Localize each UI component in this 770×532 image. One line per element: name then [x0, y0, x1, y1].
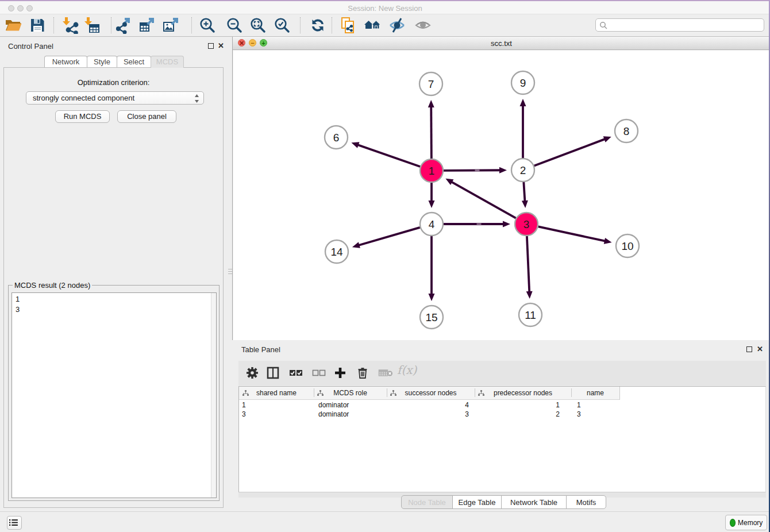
control-panel-tabs: NetworkStyleSelectMCDS	[44, 56, 183, 68]
edge-arrowhead	[520, 99, 526, 106]
node-table[interactable]: shared nameMCDS rolesuccessor nodesprede…	[238, 386, 766, 492]
criterion-select[interactable]: strongly connected component	[26, 91, 204, 105]
mcds-result-values: 1 3	[16, 294, 20, 315]
import-network-icon[interactable]	[61, 17, 79, 34]
save-icon[interactable]	[29, 17, 46, 34]
export-image-icon[interactable]	[163, 17, 180, 34]
table-panel-close-icon[interactable]: ✕	[757, 346, 763, 352]
columns-icon[interactable]	[267, 367, 279, 381]
graph-node-label: 15	[425, 311, 437, 323]
network-canvas[interactable]: 1234678910111415	[233, 51, 770, 340]
copy-document-icon[interactable]	[340, 17, 357, 34]
table-cell: 3	[387, 410, 469, 418]
edge-2-8[interactable]	[534, 138, 607, 166]
tab-motifs[interactable]: Motifs	[566, 495, 606, 509]
home-icon[interactable]	[364, 17, 381, 34]
table-cell: 4	[387, 401, 469, 409]
edge-1-2[interactable]	[444, 170, 502, 171]
memory-button[interactable]: Memory	[725, 515, 767, 530]
graph-node-label: 6	[333, 132, 340, 144]
tab-network[interactable]: Network	[44, 56, 87, 68]
mcds-result-group: MCDS result (2 nodes) 1 3	[8, 285, 220, 501]
search-icon	[599, 21, 608, 30]
control-panel-float-icon[interactable]	[208, 43, 214, 49]
function-icon[interactable]: f(x)	[397, 363, 417, 377]
run-mcds-button[interactable]: Run MCDS	[55, 110, 110, 123]
zoom-out-icon[interactable]	[226, 17, 243, 34]
task-history-button[interactable]	[7, 516, 22, 530]
edge-handle-mark	[477, 223, 482, 225]
close-panel-button[interactable]: Close panel	[117, 110, 176, 123]
column-header-successor-nodes[interactable]: successor nodes	[387, 387, 475, 400]
edge-2-3[interactable]	[523, 182, 525, 203]
mcds-result-area[interactable]: 1 3	[11, 292, 217, 498]
edge-3-10[interactable]	[538, 226, 607, 241]
graph-node-label: 9	[520, 77, 526, 89]
open-icon[interactable]	[5, 17, 22, 34]
zoom-fit-icon[interactable]	[249, 17, 267, 34]
column-header-name[interactable]: name	[571, 387, 620, 400]
table-row[interactable]: 3dominator323	[239, 410, 620, 418]
tab-node-table[interactable]: Node Table	[401, 495, 453, 509]
edge-4-14[interactable]	[356, 228, 419, 246]
control-panel-close-icon[interactable]: ✕	[218, 43, 224, 49]
table-panel-float-icon[interactable]	[746, 346, 752, 352]
tab-style[interactable]: Style	[87, 56, 117, 68]
refresh-icon[interactable]	[309, 17, 326, 34]
graph-node-label: 4	[429, 218, 435, 230]
show-graphics-icon[interactable]	[414, 17, 432, 34]
memory-button-label: Memory	[738, 519, 763, 527]
tab-edge-table[interactable]: Edge Table	[452, 495, 502, 509]
table-cell: 3	[242, 410, 246, 418]
criterion-value: strongly connected component	[33, 94, 134, 102]
deselect-all-icon[interactable]	[312, 367, 326, 381]
graph-node-label: 8	[623, 125, 630, 137]
graph-node-label: 11	[525, 309, 536, 321]
delete-table-icon[interactable]	[378, 367, 393, 381]
import-table-icon[interactable]	[83, 17, 101, 34]
table-cell: 1	[577, 401, 581, 409]
graph-node-label: 7	[428, 78, 434, 90]
gear-icon[interactable]	[246, 367, 259, 381]
table-cell: 3	[577, 410, 581, 418]
edge-3-1[interactable]	[449, 181, 516, 218]
column-header-shared-name[interactable]: shared name	[239, 387, 314, 400]
tab-mcds[interactable]: MCDS	[151, 56, 184, 68]
export-table-icon[interactable]	[138, 17, 156, 34]
graph-node-label: 1	[429, 165, 435, 177]
zoom-selected-icon[interactable]	[274, 17, 291, 34]
column-header-predecessor-nodes[interactable]: predecessor nodes	[475, 387, 571, 400]
select-all-icon[interactable]	[289, 367, 303, 381]
column-header-MCDS-role[interactable]: MCDS role	[314, 387, 387, 400]
add-row-icon[interactable]	[334, 367, 346, 381]
edge-1-6[interactable]	[356, 144, 420, 167]
table-cell: 2	[475, 410, 560, 418]
table-cell: 1	[242, 401, 246, 409]
column-header-label: successor nodes	[387, 389, 475, 397]
edge-arrowhead	[603, 136, 611, 142]
toolbar-separator	[53, 17, 54, 33]
result-scrollbar[interactable]	[211, 293, 216, 498]
graph-node-label: 14	[330, 246, 343, 258]
table-row[interactable]: 1dominator411	[239, 400, 620, 409]
network-window-title: scc.txt	[233, 39, 770, 48]
toolbar-separator	[111, 17, 111, 33]
select-stepper-icon	[194, 94, 199, 103]
tab-network-table[interactable]: Network Table	[501, 495, 567, 509]
edge-arrowhead	[428, 100, 434, 107]
hide-graphics-icon[interactable]	[388, 17, 406, 34]
zoom-in-icon[interactable]	[199, 17, 216, 34]
memory-status-icon	[730, 519, 736, 527]
delete-row-icon[interactable]	[356, 367, 369, 381]
table-tabs: Node TableEdge TableNetwork TableMotifs	[401, 495, 606, 509]
export-network-icon[interactable]	[115, 17, 132, 34]
edge-arrowhead	[522, 201, 528, 208]
edge-3-11[interactable]	[527, 236, 529, 294]
control-panel-title: Control Panel	[8, 42, 53, 51]
search-input[interactable]	[595, 18, 764, 32]
table-cell: dominator	[318, 410, 349, 418]
graph-node-label: 2	[520, 164, 526, 176]
tab-select[interactable]: Select	[117, 56, 151, 68]
edge-1-7[interactable]	[431, 105, 432, 159]
table-cell: 1	[475, 401, 560, 409]
